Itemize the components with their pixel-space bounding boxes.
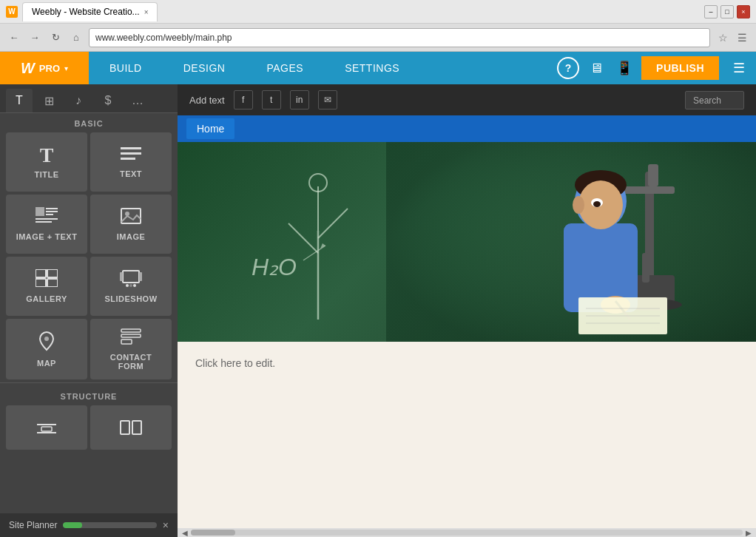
nav-build[interactable]: BUILD [89,52,163,84]
minimize-button[interactable]: – [704,5,718,18]
mobile-view-button[interactable]: 📱 [613,57,635,79]
boy-microscope-visual [386,142,756,342]
widget-gallery[interactable]: GALLERY [6,257,87,316]
weebly-menu-button[interactable]: ☰ [728,57,750,79]
site-planner-progress-bar [63,522,156,528]
contact-form-label: CONTACT FORM [96,353,166,371]
scroll-right-button[interactable]: ▶ [743,529,755,537]
site-planner-close-button[interactable]: × [163,519,169,531]
add-text-button[interactable]: Add text [189,95,225,106]
maximize-button[interactable]: □ [720,5,734,18]
desktop-view-button[interactable]: 🖥 [585,57,607,79]
back-button[interactable]: ← [6,30,22,46]
nav-home-item[interactable]: Home [186,118,234,139]
help-button[interactable]: ? [557,57,579,79]
window-controls: – □ × [704,5,750,18]
scroll-left-button[interactable]: ◀ [179,529,191,537]
facebook-icon[interactable]: f [234,90,253,109]
sidebar-tab-more[interactable]: … [124,89,151,112]
svg-rect-44 [642,253,649,283]
widget-divider[interactable] [6,405,87,450]
site-planner-progress-fill [63,522,81,528]
nav-design[interactable]: DESIGN [163,52,246,84]
widget-map[interactable]: MAP [6,319,87,379]
sidebar: T ⊞ ♪ $ … BASIC T TITLE [0,84,178,537]
widget-slideshow[interactable]: SLIDESHOW [90,257,172,316]
refresh-button[interactable]: ↻ [47,30,64,46]
slideshow-icon [120,269,142,290]
scrollbar-track[interactable] [191,530,743,536]
svg-rect-7 [36,218,58,220]
bookmark-button[interactable]: ☆ [715,30,731,46]
widget-title[interactable]: T TITLE [6,132,87,192]
map-label: MAP [37,359,56,368]
twitter-icon[interactable]: t [262,90,281,109]
svg-rect-17 [139,272,142,281]
content-area[interactable]: Click here to edit. [178,342,756,528]
sidebar-tab-grid[interactable]: ⊞ [36,89,62,112]
browser-navbar: ← → ↻ ⌂ www.weebly.com/weebly/main.php ☆… [0,24,756,52]
section-structure-label: STRUCTURE [0,382,178,405]
svg-point-49 [573,196,584,214]
widget-image-text[interactable]: IMAGE + TEXT [6,195,87,254]
image-label: IMAGE [117,232,146,241]
gallery-icon [36,269,58,290]
svg-rect-15 [123,271,139,283]
weebly-topbar: W PRO ▾ BUILD DESIGN PAGES SETTINGS ? 🖥 … [0,52,756,84]
weebly-w-icon: W [21,60,35,77]
weebly-logo[interactable]: W PRO ▾ [0,52,89,84]
svg-point-18 [126,284,129,287]
svg-rect-23 [121,334,141,337]
widget-columns[interactable] [90,405,172,450]
address-bar[interactable]: www.weebly.com/weebly/main.php [89,28,710,47]
svg-rect-4 [46,208,58,209]
svg-rect-8 [36,221,52,223]
widget-image[interactable]: IMAGE [90,195,172,254]
svg-rect-1 [121,152,141,155]
home-button[interactable]: ⌂ [68,30,84,46]
weebly-nav: BUILD DESIGN PAGES SETTINGS [89,52,557,84]
chalkboard-drawing: H₂O [222,157,414,327]
scrollbar-thumb[interactable] [191,530,235,536]
svg-point-19 [129,284,132,287]
canvas-area: Add text f t in ✉ Search Home [178,84,756,537]
widget-grid: T TITLE TEXT [0,132,178,379]
address-text: www.weebly.com/weebly/main.php [95,33,232,43]
browser-menu-button[interactable]: ☰ [734,30,750,46]
svg-rect-22 [121,329,141,332]
linkedin-icon[interactable]: in [290,90,309,109]
sidebar-tab-music[interactable]: ♪ [65,89,92,112]
click-to-edit-text[interactable]: Click here to edit. [195,357,275,369]
text-icon [121,146,141,165]
sidebar-tab-text[interactable]: T [6,89,33,112]
svg-rect-2 [121,158,135,160]
publish-button[interactable]: PUBLISH [641,56,719,80]
svg-point-20 [133,284,136,287]
image-text-label: IMAGE + TEXT [16,232,78,241]
hero-image[interactable]: H₂O [178,142,756,342]
text-widget-label: TEXT [120,169,142,178]
svg-rect-3 [36,207,44,216]
svg-point-21 [44,337,49,341]
nav-settings[interactable]: SETTINGS [324,52,420,84]
site-planner-label: Site Planner [9,520,57,530]
pro-label: PRO [39,63,60,74]
title-icon: T [40,145,54,166]
close-button[interactable]: × [737,5,750,18]
map-icon [36,331,57,354]
widget-contact-form[interactable]: CONTACT FORM [90,319,172,379]
sidebar-tabs: T ⊞ ♪ $ … [0,84,178,113]
tab-close-button[interactable]: × [144,8,149,16]
nav-pages[interactable]: PAGES [246,52,324,84]
svg-text:H₂O: H₂O [252,254,297,280]
widget-text[interactable]: TEXT [90,132,172,192]
svg-rect-24 [121,340,132,344]
tab-title: Weebly - Website Creatio... [32,7,140,17]
forward-button[interactable]: → [27,30,43,46]
site-search-box[interactable]: Search [685,91,744,109]
email-icon[interactable]: ✉ [318,90,337,109]
structure-row [0,405,178,450]
sidebar-tab-dollar[interactable]: $ [95,89,121,112]
svg-rect-43 [648,164,658,186]
browser-favicon: W [6,6,18,18]
